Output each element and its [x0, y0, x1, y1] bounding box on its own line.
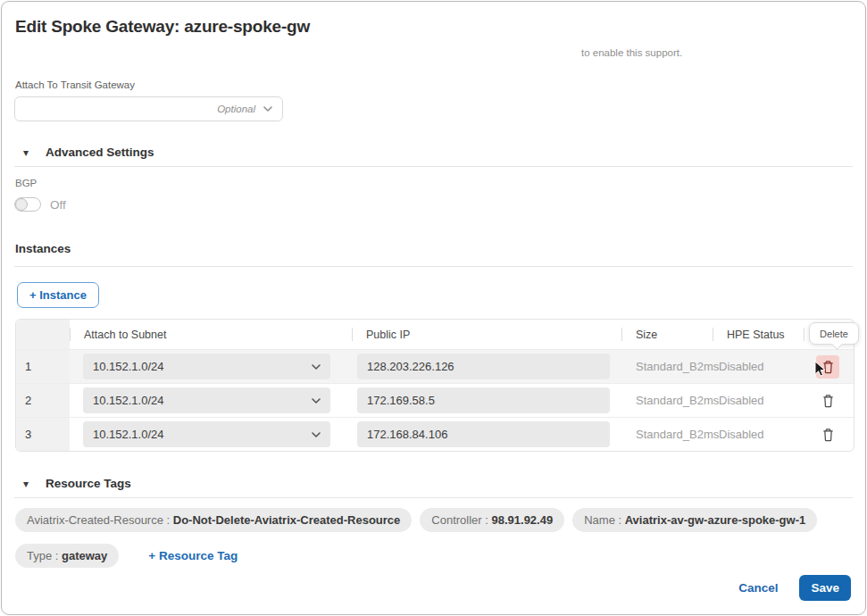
resource-tags-header[interactable]: ▾ Resource Tags — [23, 477, 853, 490]
public-ip-input[interactable] — [357, 354, 610, 379]
bgp-toggle[interactable] — [14, 197, 41, 212]
row-index: 2 — [16, 384, 70, 417]
subnet-select[interactable]: 10.152.1.0/24 — [83, 387, 330, 413]
index-column-header — [16, 320, 70, 349]
tag-value: gateway — [62, 549, 107, 562]
subnet-value: 10.152.1.0/24 — [93, 428, 164, 441]
resource-tags-list: Aviatrix-Created-Resource : Do-Not-Delet… — [15, 508, 819, 568]
tag-key: Type — [27, 549, 52, 562]
chevron-down-icon — [312, 398, 321, 404]
cancel-button[interactable]: Cancel — [738, 581, 778, 595]
toggle-knob-icon — [15, 198, 28, 211]
subnet-select[interactable]: 10.152.1.0/24 — [83, 421, 330, 447]
column-header-size: Size — [621, 320, 713, 349]
resource-tag: Type : gateway — [15, 544, 119, 568]
chevron-down-icon — [312, 364, 321, 370]
tag-value: Aviatrix-av-gw-azure-spoke-gw-1 — [625, 513, 806, 527]
tag-separator: : — [482, 513, 492, 527]
column-header-public-ip: Public IP — [352, 320, 621, 349]
advanced-settings-header[interactable]: ▾ Advanced Settings — [23, 146, 853, 159]
page-title: Edit Spoke Gateway: azure-spoke-gw — [15, 17, 853, 37]
table-row: 2 10.152.1.0/24 Standard_B2ms Disabled — [16, 383, 854, 417]
bgp-toggle-state: Off — [50, 198, 66, 212]
resource-tags-title: Resource Tags — [46, 477, 131, 490]
table-row: 1 10.152.1.0/24 Standard_B2ms Disabled — [16, 349, 854, 383]
support-note: to enable this support. — [581, 47, 682, 58]
column-header-hpe-status: HPE Status — [713, 320, 804, 349]
instances-title: Instances — [15, 242, 853, 255]
add-instance-button[interactable]: + Instance — [17, 282, 99, 308]
size-value: Standard_B2ms — [621, 394, 719, 407]
subnet-value: 10.152.1.0/24 — [93, 394, 164, 407]
table-row: 3 10.152.1.0/24 Standard_B2ms Disabled — [16, 417, 854, 451]
public-ip-input[interactable] — [357, 387, 610, 413]
tag-separator: : — [615, 513, 625, 527]
edit-spoke-gateway-dialog: Edit Spoke Gateway: azure-spoke-gw to en… — [1, 1, 866, 615]
add-resource-tag-button[interactable]: + Resource Tag — [148, 549, 238, 562]
hpe-status-value: Disabled — [713, 360, 764, 373]
save-button[interactable]: Save — [799, 575, 851, 601]
chevron-down-icon — [312, 432, 321, 437]
row-index: 3 — [16, 418, 70, 451]
tag-key: Controller — [431, 513, 481, 527]
advanced-settings-title: Advanced Settings — [46, 146, 154, 159]
caret-down-icon[interactable]: ▾ — [23, 147, 29, 158]
trash-icon — [821, 394, 835, 408]
delete-row-button[interactable] — [816, 423, 839, 446]
public-ip-input[interactable] — [357, 421, 610, 447]
chevron-down-icon — [263, 106, 272, 112]
mouse-cursor-icon — [813, 361, 829, 379]
resource-tag: Controller : 98.91.92.49 — [420, 508, 564, 532]
instances-table: Attach to Subnet Public IP Size HPE Stat… — [15, 319, 854, 452]
resource-tag: Aviatrix-Created-Resource : Do-Not-Delet… — [15, 508, 412, 532]
row-index: 1 — [16, 350, 70, 383]
subnet-select[interactable]: 10.152.1.0/24 — [83, 354, 330, 379]
trash-icon — [821, 428, 835, 442]
bgp-label: BGP — [15, 178, 853, 188]
instances-table-header: Attach to Subnet Public IP Size HPE Stat… — [16, 320, 854, 349]
divider — [14, 166, 853, 167]
column-header-subnet: Attach to Subnet — [70, 320, 352, 349]
tag-value: 98.91.92.49 — [492, 513, 554, 527]
tag-separator: : — [163, 513, 173, 527]
hpe-status-value: Disabled — [713, 394, 764, 407]
tag-key: Aviatrix-Created-Resource — [27, 513, 163, 527]
attach-transit-select[interactable]: Optional — [14, 96, 283, 121]
tag-separator: : — [52, 549, 62, 562]
attach-transit-label: Attach To Transit Gateway — [15, 79, 853, 90]
size-value: Standard_B2ms — [621, 428, 719, 441]
size-value: Standard_B2ms — [621, 360, 719, 373]
delete-row-button[interactable] — [816, 389, 839, 412]
hpe-status-value: Disabled — [713, 428, 764, 441]
tag-key: Name — [584, 513, 615, 527]
caret-down-icon[interactable]: ▾ — [23, 479, 29, 489]
tag-value: Do-Not-Delete-Aviatrix-Created-Resource — [173, 513, 401, 527]
divider — [14, 266, 853, 267]
subnet-value: 10.152.1.0/24 — [93, 360, 164, 373]
dialog-footer: Cancel Save — [738, 575, 851, 601]
delete-tooltip: Delete — [809, 322, 859, 345]
divider — [14, 497, 853, 498]
resource-tag: Name : Aviatrix-av-gw-azure-spoke-gw-1 — [572, 508, 817, 532]
attach-transit-placeholder: Optional — [217, 104, 255, 114]
